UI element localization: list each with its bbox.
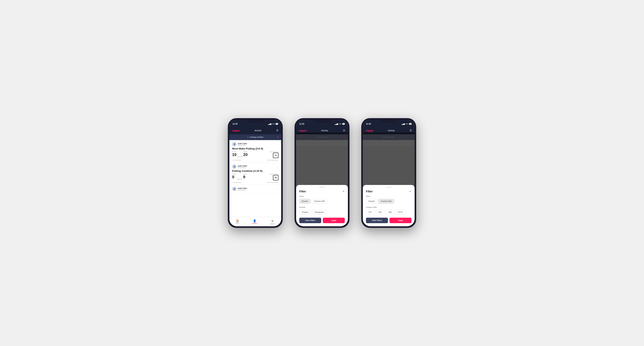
- hamburger-menu-1[interactable]: ☰: [276, 129, 278, 132]
- status-icons-1: ▂▄▆ WiFi 31: [268, 123, 278, 125]
- app-header-1: clippd Activity ☰: [230, 127, 281, 134]
- card-header-3: 👤 Josh Coles 28 Feb 2023 ···: [232, 187, 278, 191]
- practice-drills-tab-3[interactable]: Practice Drills: [378, 199, 394, 203]
- notch-2: [313, 118, 331, 123]
- logo-2: clippd: [299, 129, 306, 132]
- nav-home-label: Home: [236, 223, 240, 224]
- card-footer-1: ℹ Test Information Data: Clippd Capture: [232, 159, 278, 161]
- tournament-btn-2[interactable]: Tournament: [312, 210, 326, 214]
- test-info-2: ℹ Test Information: [232, 182, 242, 183]
- app-btn-3[interactable]: APP: [376, 210, 384, 214]
- dots-menu-2[interactable]: ···: [277, 165, 278, 168]
- filter-header-3: Filter ✕: [366, 190, 412, 193]
- user-info-2: 👤 Josh Coles 28 Feb 2023: [232, 164, 247, 169]
- logo-3: clippd: [366, 129, 373, 132]
- card-footer-2: ℹ Test Information Data: Clippd Capture: [232, 182, 278, 183]
- filter-sheet-3: Filter ✕ Show Rounds Practice Drills Pra…: [363, 185, 414, 226]
- close-btn-3[interactable]: ✕: [409, 190, 412, 193]
- data-source-1: Data: Clippd Capture: [268, 160, 278, 161]
- show-buttons-3: Rounds Practice Drills: [366, 199, 412, 203]
- nav-activities[interactable]: 👤 Activities: [252, 219, 258, 224]
- practice-btn-2[interactable]: Practice: [299, 210, 311, 214]
- stats-row-2: Score 0 OUT OF Shots 9 Shot Quality 45: [232, 173, 278, 180]
- nav-capture-label: Capture: [270, 223, 275, 224]
- notch-1: [246, 118, 264, 123]
- status-icons-3: ▂▄▆ WiFi 31: [402, 123, 412, 125]
- activity-card-2: 👤 Josh Coles 28 Feb 2023 ··· Putting Com…: [230, 163, 281, 185]
- wifi-icon: WiFi: [272, 123, 275, 125]
- battery-text-3: 31: [409, 123, 412, 125]
- avatar-3: 👤: [232, 187, 236, 191]
- nav-home[interactable]: 🏠 Home: [236, 219, 240, 224]
- card-header-2: 👤 Josh Coles 28 Feb 2023 ···: [232, 164, 278, 169]
- hamburger-menu-3[interactable]: ☰: [410, 129, 412, 132]
- filter-title-2: Filter: [299, 190, 306, 193]
- avatar-1: 👤: [232, 142, 236, 146]
- putt-btn-3[interactable]: PUTT: [396, 210, 406, 214]
- activity-card-3: 👤 Josh Coles 28 Feb 2023 ···: [230, 185, 281, 193]
- sq-badge-1: 75: [273, 153, 278, 158]
- sq-label-1: Shot Quality: [270, 151, 278, 153]
- phone-2: 11:33 ▂▄▆ WiFi 31 clippd Activity ☰ ⚙ Vi…: [294, 118, 350, 228]
- status-time-1: 11:33: [232, 123, 238, 125]
- phone-3-inner: 11:33 ▂▄▆ WiFi 31 clippd Activity ☰ ⚙ Vi…: [363, 120, 414, 226]
- signal-icon: ▂▄▆: [268, 123, 272, 125]
- arg-btn-3[interactable]: ARG: [386, 210, 394, 214]
- rounds-buttons-2: Practice Tournament: [299, 210, 345, 214]
- shots-value-2: 9: [243, 175, 247, 179]
- signal-icon-3: ▂▄▆: [402, 123, 405, 125]
- hamburger-menu-2[interactable]: ☰: [343, 129, 345, 132]
- dots-menu-3[interactable]: ···: [277, 188, 278, 190]
- nav-activities-label: Activities: [252, 223, 258, 224]
- filter-title-3: Filter: [366, 190, 373, 193]
- battery-text-2: 31: [342, 123, 345, 125]
- phone-1-inner: 11:33 ▂▄▆ WiFi 31 clippd Activity ☰ ⚙ Vi…: [230, 120, 281, 226]
- header-title-1: Activity: [254, 129, 261, 132]
- rounds-section-label-2: Rounds: [299, 206, 345, 208]
- dots-menu-1[interactable]: ···: [277, 143, 278, 145]
- wifi-icon-3: WiFi: [406, 123, 408, 125]
- sq-label-2: Shot Quality: [270, 173, 278, 175]
- ott-btn-3[interactable]: OTT: [366, 210, 374, 214]
- filter-sheet-2: Filter ✕ Show Rounds Practice Drills Rou…: [296, 185, 348, 226]
- phone-1: 11:33 ▂▄▆ WiFi 31 clippd Activity ☰ ⚙ Vi…: [228, 118, 283, 228]
- show-label-2: Show: [299, 195, 345, 197]
- clear-filters-btn-2[interactable]: Clear Filters: [299, 218, 321, 223]
- user-date-1: 28 Feb 2023: [238, 145, 247, 146]
- viewing-dot-1: [277, 137, 278, 138]
- filter-actions-3: Clear Filters Apply: [366, 218, 412, 223]
- activity-feed: 👤 Josh Coles 28 Feb 2023 ··· Must Make P…: [230, 140, 281, 217]
- home-icon: 🏠: [236, 219, 239, 222]
- apply-btn-3[interactable]: Apply: [390, 218, 412, 223]
- filter-header-2: Filter ✕: [299, 190, 345, 193]
- data-source-2: Data: Clippd Capture: [268, 182, 278, 183]
- test-info-1: ℹ Test Information: [232, 159, 242, 161]
- apply-btn-2[interactable]: Apply: [323, 218, 345, 223]
- user-date-3: 28 Feb 2023: [238, 189, 247, 191]
- signal-icon-2: ▂▄▆: [335, 123, 338, 125]
- out-of-1: OUT OF: [237, 156, 242, 158]
- close-btn-2[interactable]: ✕: [342, 190, 345, 193]
- sheet-handle-2: [319, 187, 325, 187]
- viewing-bar-1[interactable]: ⚙ Viewing Activities: [230, 134, 281, 140]
- phone-2-inner: 11:33 ▂▄▆ WiFi 31 clippd Activity ☰ ⚙ Vi…: [296, 120, 348, 226]
- rounds-tab-2[interactable]: Rounds: [299, 199, 310, 203]
- notch-3: [380, 118, 398, 123]
- practice-drills-tab-2[interactable]: Practice Drills: [312, 199, 328, 203]
- user-name-3: Josh Coles: [238, 187, 247, 189]
- user-name-1: Josh Coles: [238, 143, 247, 145]
- bottom-nav: 🏠 Home 👤 Activities ⊕ Capture: [230, 217, 281, 226]
- user-info-3: 👤 Josh Coles 28 Feb 2023: [232, 187, 247, 191]
- wifi-icon-2: WiFi: [339, 123, 342, 125]
- status-icons-2: ▂▄▆ WiFi 31: [335, 123, 345, 125]
- user-name-2: Josh Coles: [238, 165, 247, 167]
- avatar-2: 👤: [232, 164, 236, 169]
- activities-icon: 👤: [253, 219, 256, 222]
- status-time-2: 11:33: [299, 123, 304, 125]
- score-value-1: 10: [232, 153, 236, 157]
- nav-capture[interactable]: ⊕ Capture: [270, 219, 275, 224]
- user-info-1: 👤 Josh Coles 28 Feb 2023: [232, 142, 247, 146]
- rounds-tab-3[interactable]: Rounds: [366, 199, 377, 203]
- score-value-2: 0: [232, 175, 236, 179]
- clear-filters-btn-3[interactable]: Clear Filters: [366, 218, 388, 223]
